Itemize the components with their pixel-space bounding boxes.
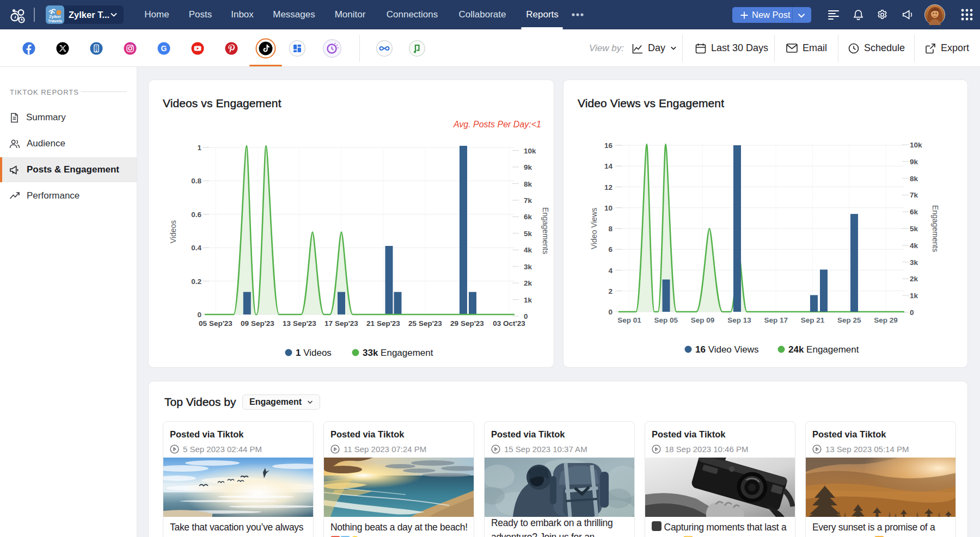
svg-text:Sep 05: Sep 05: [654, 316, 678, 324]
svg-text:6k: 6k: [910, 208, 918, 216]
svg-text:Videos: Videos: [169, 220, 177, 244]
svg-text:10k: 10k: [524, 147, 536, 155]
svg-text:Avg. Posts Per Day:<1: Avg. Posts Per Day:<1: [453, 120, 541, 129]
svg-text:0: 0: [608, 308, 612, 316]
svg-text:8: 8: [608, 225, 612, 233]
svg-text:8k: 8k: [910, 175, 918, 183]
svg-text:09 Sep'23: 09 Sep'23: [241, 319, 274, 328]
svg-text:0.6: 0.6: [191, 211, 201, 219]
svg-text:10k: 10k: [910, 141, 922, 149]
svg-text:4k: 4k: [524, 246, 532, 254]
svg-text:9k: 9k: [910, 158, 918, 166]
svg-text:3k: 3k: [910, 258, 918, 267]
svg-text:7k: 7k: [910, 191, 918, 199]
svg-text:6k: 6k: [524, 213, 532, 221]
svg-text:Sep 21: Sep 21: [801, 316, 825, 324]
svg-text:2k: 2k: [910, 275, 918, 283]
svg-text:24k Engagement: 24k Engagement: [788, 344, 859, 355]
svg-text:16: 16: [604, 141, 613, 150]
svg-text:6: 6: [608, 245, 612, 254]
svg-text:9k: 9k: [524, 163, 532, 171]
svg-text:33k Engagement: 33k Engagement: [363, 348, 433, 358]
svg-text:03 Oct'23: 03 Oct'23: [493, 319, 525, 328]
svg-text:0: 0: [197, 311, 201, 319]
svg-text:7k: 7k: [524, 196, 532, 205]
svg-text:5k: 5k: [910, 225, 918, 233]
svg-text:Sep 13: Sep 13: [727, 316, 751, 324]
svg-text:13 Sep'23: 13 Sep'23: [283, 319, 316, 328]
svg-text:29 Sep'23: 29 Sep'23: [450, 319, 484, 328]
svg-text:16 Video Views: 16 Video Views: [695, 344, 759, 355]
svg-text:14: 14: [604, 162, 613, 170]
svg-text:G: G: [161, 44, 167, 53]
svg-text:10: 10: [604, 204, 612, 212]
svg-text:Sep 17: Sep 17: [764, 316, 788, 324]
svg-text:17 Sep'23: 17 Sep'23: [324, 319, 358, 328]
svg-text:Sep 29: Sep 29: [874, 316, 898, 324]
svg-text:2k: 2k: [524, 279, 532, 287]
svg-text:21 Sep'23: 21 Sep'23: [366, 319, 400, 328]
svg-text:5k: 5k: [524, 230, 532, 238]
svg-text:1: 1: [197, 144, 201, 152]
svg-text:4k: 4k: [910, 242, 918, 250]
svg-text:Engagements: Engagements: [541, 207, 550, 254]
svg-text:8k: 8k: [524, 180, 532, 188]
svg-text:Sep 25: Sep 25: [837, 316, 861, 324]
svg-text:2: 2: [608, 287, 612, 295]
svg-text:05 Sep'23: 05 Sep'23: [199, 319, 232, 328]
svg-text:Engagements: Engagements: [931, 205, 940, 252]
svg-text:0.8: 0.8: [191, 177, 201, 185]
svg-text:4: 4: [608, 267, 612, 275]
svg-text:Video Views: Video Views: [590, 208, 598, 250]
svg-text:12: 12: [604, 183, 612, 192]
svg-text:Sep 09: Sep 09: [691, 316, 715, 324]
svg-text:0.4: 0.4: [191, 244, 201, 252]
svg-text:0.2: 0.2: [191, 277, 201, 286]
svg-text:1 Videos: 1 Videos: [296, 348, 332, 358]
svg-text:1k: 1k: [910, 292, 918, 300]
svg-text:3k: 3k: [524, 263, 532, 271]
svg-text:0: 0: [910, 308, 914, 317]
svg-text:1k: 1k: [524, 296, 532, 304]
svg-text:Travels: Travels: [48, 18, 62, 23]
svg-text:Sep 01: Sep 01: [617, 316, 641, 324]
svg-text:25 Sep'23: 25 Sep'23: [408, 319, 442, 328]
